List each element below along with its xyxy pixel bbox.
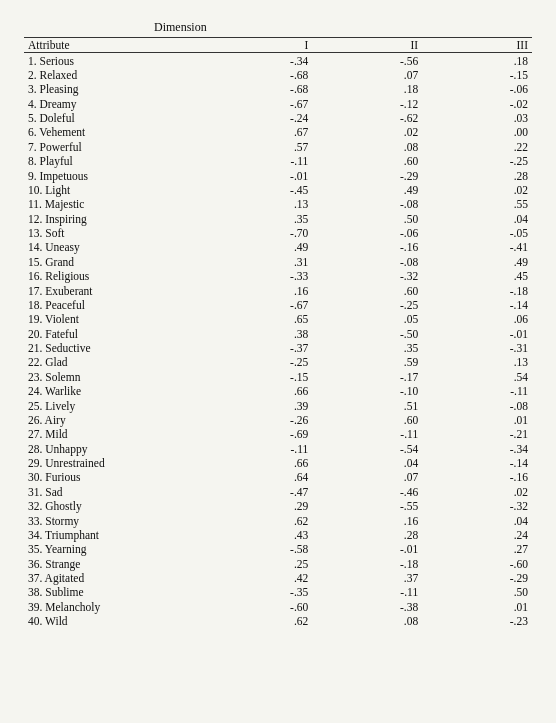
table-row: 5. Doleful-.24-.62.03 xyxy=(24,111,532,125)
dimension-i-cell: .66 xyxy=(202,456,312,470)
dimension-ii-cell: .04 xyxy=(312,456,422,470)
dimension-i-cell: -.69 xyxy=(202,427,312,441)
dimension-ii-cell: .50 xyxy=(312,212,422,226)
attribute-cell: 20. Fateful xyxy=(24,327,202,341)
dimension-iii-cell: -.21 xyxy=(422,427,532,441)
dimension-ii-cell: .37 xyxy=(312,571,422,585)
data-table: Attribute I II III 1. Serious-.34-.56.18… xyxy=(24,37,532,628)
table-row: 15. Grand.31-.08.49 xyxy=(24,255,532,269)
dimension-ii-cell: -.50 xyxy=(312,327,422,341)
dimension-i-cell: -.67 xyxy=(202,298,312,312)
attribute-cell: 7. Powerful xyxy=(24,140,202,154)
table-row: 40. Wild.62.08-.23 xyxy=(24,614,532,628)
dimension-i-cell: -.15 xyxy=(202,370,312,384)
dimension-iii-cell: .27 xyxy=(422,542,532,556)
dimension-iii-cell: .01 xyxy=(422,413,532,427)
table-row: 2. Relaxed-.68.07-.15 xyxy=(24,68,532,82)
attribute-cell: 35. Yearning xyxy=(24,542,202,556)
dimension-ii-cell: -.08 xyxy=(312,197,422,211)
dimension-iii-cell: .13 xyxy=(422,355,532,369)
dimension-iii-cell: .28 xyxy=(422,168,532,182)
dimension-i-cell: -.70 xyxy=(202,226,312,240)
dimension-ii-cell: -.18 xyxy=(312,557,422,571)
dimension-ii-cell: -.56 xyxy=(312,53,422,68)
dimension-iii-cell: .50 xyxy=(422,585,532,599)
attribute-cell: 33. Stormy xyxy=(24,513,202,527)
attribute-cell: 2. Relaxed xyxy=(24,68,202,82)
dimension-ii-cell: -.10 xyxy=(312,384,422,398)
dimension-ii-cell: .18 xyxy=(312,82,422,96)
table-row: 25. Lively.39.51-.08 xyxy=(24,398,532,412)
attribute-cell: 40. Wild xyxy=(24,614,202,628)
dimension-iii-cell: -.16 xyxy=(422,470,532,484)
attribute-cell: 39. Melancholy xyxy=(24,600,202,614)
dimension-i-cell: .16 xyxy=(202,283,312,297)
dimension-ii-cell: .49 xyxy=(312,183,422,197)
table-row: 37. Agitated.42.37-.29 xyxy=(24,571,532,585)
attribute-cell: 3. Pleasing xyxy=(24,82,202,96)
dimension-ii-cell: .08 xyxy=(312,614,422,628)
attribute-cell: 9. Impetuous xyxy=(24,168,202,182)
dimension-iii-cell: -.15 xyxy=(422,68,532,82)
dimension-i-cell: .42 xyxy=(202,571,312,585)
attribute-cell: 38. Sublime xyxy=(24,585,202,599)
dimension-i-cell: .64 xyxy=(202,470,312,484)
dimension-i-cell: .31 xyxy=(202,255,312,269)
table-row: 22. Glad-.25.59.13 xyxy=(24,355,532,369)
dimension-iii-cell: .06 xyxy=(422,312,532,326)
dimension-iii-cell: -.32 xyxy=(422,499,532,513)
attribute-cell: 29. Unrestrained xyxy=(24,456,202,470)
dimension-iii-cell: -.23 xyxy=(422,614,532,628)
table-row: 3. Pleasing-.68.18-.06 xyxy=(24,82,532,96)
dimension-i-cell: -.67 xyxy=(202,97,312,111)
dimension-iii-cell: -.14 xyxy=(422,298,532,312)
attribute-cell: 28. Unhappy xyxy=(24,442,202,456)
table-row: 35. Yearning-.58-.01.27 xyxy=(24,542,532,556)
dimension-iii-cell: .18 xyxy=(422,53,532,68)
dimension-ii-cell: -.01 xyxy=(312,542,422,556)
table-row: 1. Serious-.34-.56.18 xyxy=(24,53,532,68)
attribute-cell: 32. Ghostly xyxy=(24,499,202,513)
dimension-i-cell: .57 xyxy=(202,140,312,154)
table-row: 36. Strange.25-.18-.60 xyxy=(24,557,532,571)
dimension-i-cell: .43 xyxy=(202,528,312,542)
dimension-i-cell: .25 xyxy=(202,557,312,571)
table-row: 32. Ghostly.29-.55-.32 xyxy=(24,499,532,513)
attribute-cell: 16. Religious xyxy=(24,269,202,283)
attribute-cell: 24. Warlike xyxy=(24,384,202,398)
attribute-cell: 14. Uneasy xyxy=(24,240,202,254)
dimension-iii-cell: .49 xyxy=(422,255,532,269)
dimension-i-cell: .29 xyxy=(202,499,312,513)
dimension-iii-cell: -.29 xyxy=(422,571,532,585)
dimension-iii-cell: .02 xyxy=(422,485,532,499)
dimension-ii-cell: -.46 xyxy=(312,485,422,499)
attribute-cell: 36. Strange xyxy=(24,557,202,571)
dimension-ii-cell: -.38 xyxy=(312,600,422,614)
attribute-cell: 27. Mild xyxy=(24,427,202,441)
attribute-cell: 18. Peaceful xyxy=(24,298,202,312)
dimension-ii-cell: .07 xyxy=(312,470,422,484)
attribute-cell: 4. Dreamy xyxy=(24,97,202,111)
table-row: 27. Mild-.69-.11-.21 xyxy=(24,427,532,441)
dimension-i-cell: -.58 xyxy=(202,542,312,556)
dimension-i-cell: .13 xyxy=(202,197,312,211)
table-row: 12. Inspiring.35.50.04 xyxy=(24,212,532,226)
dimension-ii-cell: .59 xyxy=(312,355,422,369)
dimension-iii-cell: .24 xyxy=(422,528,532,542)
dimension-i-cell: .67 xyxy=(202,125,312,139)
dimension-header: Dimension xyxy=(24,20,532,37)
dimension-ii-cell: -.55 xyxy=(312,499,422,513)
table-row: 21. Seductive-.37.35-.31 xyxy=(24,341,532,355)
table-row: 29. Unrestrained.66.04-.14 xyxy=(24,456,532,470)
table-row: 19. Violent.65.05.06 xyxy=(24,312,532,326)
dimension-i-cell: -.60 xyxy=(202,600,312,614)
dimension-i-cell: -.11 xyxy=(202,442,312,456)
main-table-container: Dimension Attribute I II III 1. Serious-… xyxy=(24,20,532,628)
dimension-iii-cell: -.31 xyxy=(422,341,532,355)
table-row: 14. Uneasy.49-.16-.41 xyxy=(24,240,532,254)
dimension-iii-cell: -.11 xyxy=(422,384,532,398)
dimension-iii-cell: -.08 xyxy=(422,398,532,412)
dimension-ii-cell: -.29 xyxy=(312,168,422,182)
dimension-iii-cell: -.05 xyxy=(422,226,532,240)
table-row: 8. Playful-.11.60-.25 xyxy=(24,154,532,168)
